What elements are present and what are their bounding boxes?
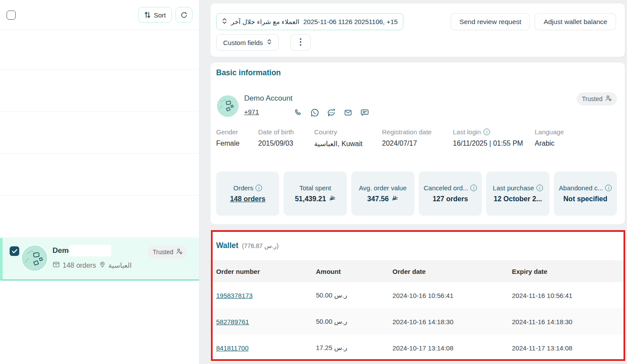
wallet-header: Wallet (776.87 ر.س) bbox=[216, 241, 279, 250]
stat-label: Avg. order value bbox=[359, 184, 406, 192]
custom-fields-button[interactable]: Custom fields bbox=[216, 34, 279, 51]
row-checkbox-checked[interactable] bbox=[10, 246, 19, 256]
stat-value-text: Not specified bbox=[564, 195, 607, 203]
segment-filter-arabic-text: العملاء مع شراء خلال آخر bbox=[231, 18, 299, 26]
customer-list-header: Sort bbox=[0, 0, 199, 30]
wallet-title: Wallet bbox=[216, 241, 238, 250]
field-label-text: Language bbox=[535, 128, 564, 136]
wallet-column-header: Order number bbox=[210, 268, 310, 275]
list-item[interactable] bbox=[0, 112, 199, 154]
segment-filter-select[interactable]: العملاء مع شراء خلال آخر 2025-11-06 1126… bbox=[216, 13, 403, 30]
person-icon bbox=[176, 248, 182, 256]
field-label-text: Last login bbox=[453, 128, 481, 136]
wallet-table: Order numberAmountOrder dateExpiry date … bbox=[210, 260, 625, 361]
field-value: Arabic bbox=[535, 140, 564, 147]
stat-label-text: Total spent bbox=[299, 184, 331, 192]
profile-field: Countryالعباسية, Kuwait bbox=[314, 128, 362, 148]
stat-value: Not specified bbox=[564, 195, 607, 203]
basic-information-title: Basic information bbox=[216, 68, 281, 77]
sort-button[interactable]: Sort bbox=[138, 7, 172, 23]
expiry-date-cell: 2024-11-16 14:18:30 bbox=[506, 318, 625, 326]
stat-value-text: 51,439.21 bbox=[295, 195, 326, 203]
customer-stats-row: Ordersi148 ordersTotal spent51,439.21Avg… bbox=[216, 172, 617, 216]
stat-label: Abandoned c...i bbox=[559, 184, 612, 192]
trusted-badge: Trusted bbox=[577, 92, 617, 105]
account-avatar bbox=[217, 95, 238, 117]
expiry-date-cell: 2024-11-16 10:56:41 bbox=[506, 292, 625, 299]
refresh-button[interactable] bbox=[175, 7, 193, 23]
email-icon[interactable] bbox=[342, 107, 354, 118]
stat-label-text: Abandoned c... bbox=[559, 184, 603, 192]
wallet-table-body: 195837817350.00 ر.س2024-10-16 10:56:4120… bbox=[210, 282, 625, 361]
stat-label-text: Avg. order value bbox=[359, 184, 406, 192]
refresh-icon bbox=[180, 11, 188, 19]
orders-box-icon bbox=[53, 261, 60, 270]
sort-button-label: Sort bbox=[154, 11, 166, 19]
select-all-checkbox[interactable] bbox=[7, 10, 16, 20]
stat-card: Ordersi148 orders bbox=[216, 172, 279, 216]
order-number-cell: 841811700 bbox=[210, 344, 310, 352]
basic-information-card: Basic information Demo Account +971 bbox=[210, 63, 625, 224]
order-number-cell: 582789761 bbox=[210, 318, 310, 326]
customer-location: العباسية bbox=[109, 261, 132, 270]
info-icon: i bbox=[483, 129, 490, 135]
phone-icon[interactable] bbox=[292, 107, 304, 118]
stat-value[interactable]: 148 orders bbox=[230, 195, 266, 203]
field-label: Country bbox=[314, 128, 362, 136]
adjust-wallet-balance-button[interactable]: Adjust wallet balance bbox=[535, 13, 616, 30]
field-value: 2024/07/17 bbox=[382, 140, 431, 147]
profile-field: Date of birth2015/09/03 bbox=[258, 128, 294, 147]
order-number-link[interactable]: 841811700 bbox=[216, 344, 249, 352]
wallet-column-header: Amount bbox=[310, 268, 387, 275]
profile-field: Last logini16/11/2025 | 01:55 PM bbox=[453, 128, 523, 147]
list-item[interactable] bbox=[0, 30, 199, 70]
amount-cell: 50.00 ر.س bbox=[310, 291, 387, 299]
info-icon: i bbox=[256, 185, 262, 191]
order-number-link[interactable]: 582789761 bbox=[216, 318, 249, 326]
stat-value: 127 orders bbox=[433, 195, 468, 203]
amount-cell: 50.00 ر.س bbox=[310, 318, 387, 326]
info-icon: i bbox=[470, 185, 477, 191]
order-number-link[interactable]: 1958378173 bbox=[216, 292, 252, 299]
amount-cell: 17.25 ر.س bbox=[310, 344, 387, 352]
wallet-table-header: Order numberAmountOrder dateExpiry date bbox=[210, 260, 625, 282]
stat-card: Total spent51,439.21 bbox=[284, 172, 347, 216]
more-actions-button[interactable] bbox=[291, 34, 311, 51]
top-action-buttons: Send review request Adjust wallet balanc… bbox=[451, 13, 616, 30]
person-icon bbox=[605, 95, 612, 103]
customer-meta: 148 orders العباسية bbox=[53, 261, 132, 270]
customer-list-empty-rows bbox=[0, 30, 199, 238]
select-chevrons-icon bbox=[267, 38, 272, 46]
order-date-cell: 2024-10-16 14:18:30 bbox=[387, 318, 506, 326]
whatsapp-icon[interactable] bbox=[308, 107, 321, 118]
table-row: 58278976150.00 ر.س2024-10-16 14:18:30202… bbox=[210, 308, 625, 335]
redaction-box bbox=[69, 245, 111, 256]
expiry-date-cell: 2024-11-17 13:14:08 bbox=[506, 344, 625, 352]
list-item[interactable] bbox=[0, 196, 199, 238]
chat-resend-icon[interactable] bbox=[325, 107, 337, 118]
list-actions: Sort bbox=[138, 7, 193, 23]
field-value: العباسية, Kuwait bbox=[314, 140, 362, 148]
profile-field: Registration date2024/07/17 bbox=[382, 128, 431, 147]
stat-label-text: Canceled ord... bbox=[424, 184, 468, 192]
field-label: Gender bbox=[216, 128, 239, 136]
phone-number-link[interactable]: +971 bbox=[244, 108, 259, 116]
stat-value: 51,439.21 bbox=[295, 195, 336, 203]
segment-filter-numbers-text: 2025-11-06 1126 20251106, +15 bbox=[303, 18, 398, 25]
info-icon: i bbox=[605, 185, 612, 191]
wallet-card: Wallet (776.87 ر.س) Order numberAmountOr… bbox=[210, 231, 625, 362]
sms-icon[interactable] bbox=[358, 107, 371, 118]
account-name: Demo Account bbox=[244, 94, 293, 103]
field-label: Language bbox=[535, 128, 564, 136]
trusted-badge-label: Trusted bbox=[582, 95, 602, 102]
info-icon: i bbox=[536, 185, 543, 191]
list-item-selected-customer[interactable]: Demo 148 orders العباسية Trusted bbox=[0, 238, 199, 280]
stat-value: 347.56 bbox=[367, 195, 398, 203]
stat-label: Canceled ord...i bbox=[424, 184, 477, 192]
table-row: 84181170017.25 ر.س2024-10-17 13:14:08202… bbox=[210, 335, 625, 361]
send-review-request-button[interactable]: Send review request bbox=[451, 13, 530, 30]
stat-value: 12 October 2... bbox=[494, 195, 542, 203]
customer-details-page: Sort bbox=[0, 0, 627, 364]
list-item[interactable] bbox=[0, 154, 199, 196]
list-item[interactable] bbox=[0, 70, 199, 112]
